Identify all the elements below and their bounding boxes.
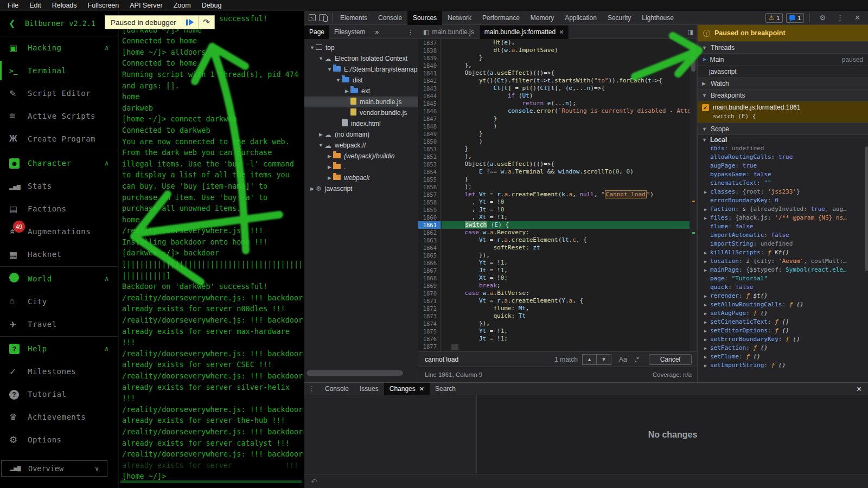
navigator-horizontal-scrollbar[interactable] xyxy=(307,370,403,376)
close-drawer-icon[interactable]: ✕ xyxy=(856,385,868,393)
drawer-kebab-icon[interactable]: ⋮ xyxy=(304,385,320,393)
devtools-tab-security[interactable]: Security xyxy=(602,11,636,25)
scope-var-setErrorBoundaryKey[interactable]: ▶setErrorBoundaryKey: ƒ () xyxy=(698,335,868,344)
scope-var-killAllScripts[interactable]: ▶killAllScripts: ƒ Kt() xyxy=(698,248,868,257)
breakpoints-section-header[interactable]: ▼ Breakpoints xyxy=(698,89,868,101)
expander-closed-icon[interactable]: ▶ xyxy=(309,186,316,191)
sidebar-item-world[interactable]: World∧ xyxy=(0,267,118,290)
overview-toggle[interactable]: ▂▅▇ Overview ∨ xyxy=(1,460,107,477)
line-number[interactable]: 1875 xyxy=(418,328,441,335)
scope-var-setFlume[interactable]: ▶setFlume: ƒ () xyxy=(698,352,868,361)
line-number[interactable]: 1850 xyxy=(418,138,441,145)
devtools-tab-console[interactable]: Console xyxy=(373,11,407,25)
search-previous-button[interactable]: ▲ xyxy=(582,354,597,365)
scope-var-setAugPage[interactable]: ▶setAugPage: ƒ () xyxy=(698,309,868,318)
sidebar-item-create-program[interactable]: ЖCreate Program xyxy=(0,127,118,150)
kebab-menu-icon[interactable]: ⋮ xyxy=(833,14,847,22)
scope-var-quick[interactable]: quick: false xyxy=(698,283,868,292)
tab-main-bundle[interactable]: ◧ main.bundle.js xyxy=(418,25,480,39)
tree-item-webpack[interactable]: ▶webpack xyxy=(304,172,418,183)
tab-main-bundle-formatted[interactable]: main.bundle.js:formatted ✕ xyxy=(480,25,570,39)
expander-closed-icon[interactable]: ▶ xyxy=(704,258,710,266)
line-number[interactable]: 1844 xyxy=(418,92,441,100)
line-number[interactable]: 1861 xyxy=(418,221,441,229)
sidebar-item-achievements[interactable]: ♛Achievements xyxy=(0,406,118,428)
close-tab-icon[interactable]: ✕ xyxy=(559,29,564,36)
sidebar-item-terminal[interactable]: >_Terminal xyxy=(0,59,118,82)
scope-var-mainPage[interactable]: ▶mainPage: {$$typeof: Symbol(react.ele… xyxy=(698,266,868,274)
threads-section-header[interactable]: ▼ Threads xyxy=(698,42,868,54)
sidebar-item-stats[interactable]: ▂▅▇Stats xyxy=(0,175,118,197)
menu-reloads[interactable]: Reloads xyxy=(47,0,82,11)
menu-api-server[interactable]: API Server xyxy=(124,0,168,11)
tree-item--webpack-buildin[interactable]: ▶(webpack)/buildin xyxy=(304,151,418,162)
tree-item-e-steamlibrary-steamapps[interactable]: ▼E:/SteamLibrary/steamapps xyxy=(304,64,418,75)
expander-closed-icon[interactable]: ▶ xyxy=(704,344,710,352)
scope-var-cinematicText[interactable]: cinematicText: "" xyxy=(698,179,868,188)
devtools-tab-sources[interactable]: Sources xyxy=(407,11,442,25)
sidebar-item-script-editor[interactable]: ✎Script Editor xyxy=(0,82,118,105)
tree-item-main.bundle.js[interactable]: main.bundle.js xyxy=(304,97,418,107)
chevron-up-icon[interactable]: ∧ xyxy=(104,275,109,282)
thread-javascript-row[interactable]: javascript xyxy=(698,66,868,78)
line-number[interactable]: 1870 xyxy=(418,290,441,297)
scope-var-setImportString[interactable]: ▶setImportString: ƒ () xyxy=(698,361,868,370)
scope-var-faction[interactable]: ▶faction: s {alreadyInvited: true, aug… xyxy=(698,205,868,214)
line-number[interactable]: 1849 xyxy=(418,130,441,138)
menu-file[interactable]: File xyxy=(2,0,24,11)
line-number[interactable]: 1846 xyxy=(418,107,441,115)
search-input[interactable]: cannot load xyxy=(418,356,554,363)
scope-var-allowRoutingCalls[interactable]: allowRoutingCalls: true xyxy=(698,153,868,162)
close-tab-icon[interactable]: ✕ xyxy=(419,383,424,395)
line-number[interactable]: 1866 xyxy=(418,259,441,267)
expander-closed-icon[interactable]: ▶ xyxy=(704,249,710,257)
tree-item-dist[interactable]: ▼dist xyxy=(304,75,418,86)
line-number[interactable]: 1859 xyxy=(418,206,441,214)
line-number[interactable]: 1852 xyxy=(418,153,441,160)
line-number[interactable]: 1860 xyxy=(418,214,441,221)
line-number[interactable]: 1851 xyxy=(418,145,441,153)
expander-open-icon[interactable]: ▼ xyxy=(326,67,333,72)
editor-vertical-scrollbar[interactable] xyxy=(690,39,697,351)
warnings-badge[interactable]: ⚠1 xyxy=(765,13,783,23)
line-number[interactable]: 1877 xyxy=(418,343,441,350)
inspect-element-icon[interactable]: ↖ xyxy=(309,14,316,21)
sidebar-item-help[interactable]: ?Help∧ xyxy=(0,337,118,360)
search-cancel-button[interactable]: Cancel xyxy=(649,354,692,365)
line-number[interactable]: 1857 xyxy=(418,191,441,198)
scope-var-augPage[interactable]: augPage: true xyxy=(698,162,868,170)
expander-open-icon[interactable]: ▼ xyxy=(317,143,324,148)
devtools-tab-lighthouse[interactable]: Lighthouse xyxy=(636,11,679,25)
tree-item-javascript[interactable]: ▶⚙javascript xyxy=(304,183,418,194)
tree-item-electron-isolated-context[interactable]: ▼☁Electron Isolated Context xyxy=(304,53,418,64)
scope-local-header[interactable]: ▼ Local xyxy=(698,135,868,144)
sidebar-item-tutorial[interactable]: ?Tutorial xyxy=(0,383,118,406)
chevron-up-icon[interactable]: ∧ xyxy=(104,345,109,352)
line-number[interactable]: 1839 xyxy=(418,54,441,62)
line-number[interactable]: 1838 xyxy=(418,47,441,54)
drawer-tab-console[interactable]: Console xyxy=(320,383,354,395)
scope-var-files[interactable]: ▶files: {ahack.js: '/** @param {NS} ns… xyxy=(698,214,868,222)
navigator-kebab-icon[interactable]: ⋮ xyxy=(403,28,418,36)
scope-var-page[interactable]: page: "Tutorial" xyxy=(698,274,868,283)
tab-filesystem[interactable]: Filesystem xyxy=(329,25,370,39)
line-number[interactable]: 1840 xyxy=(418,62,441,69)
sidebar-item-character[interactable]: ☻Character∧ xyxy=(0,152,118,175)
expander-closed-icon[interactable]: ▶ xyxy=(704,188,710,196)
line-number[interactable]: 1856 xyxy=(418,183,441,191)
settings-gear-icon[interactable]: ⚙ xyxy=(815,14,829,22)
line-number[interactable]: 1868 xyxy=(418,274,441,282)
device-toolbar-icon[interactable] xyxy=(319,14,327,21)
menu-fullscreen[interactable]: Fullscreen xyxy=(82,0,125,11)
scope-var-location[interactable]: ▶location: i {city: 'Aevum', costMult:… xyxy=(698,257,868,266)
devtools-tab-memory[interactable]: Memory xyxy=(525,11,559,25)
line-number[interactable]: 1837 xyxy=(418,39,441,47)
expander-closed-icon[interactable]: ▶ xyxy=(704,318,710,326)
sidebar-item-options[interactable]: ⚙Options xyxy=(0,428,118,451)
scope-var-setFaction[interactable]: ▶setFaction: ƒ () xyxy=(698,344,868,352)
sidebar-item-factions[interactable]: ▤Factions xyxy=(0,197,118,220)
close-devtools-icon[interactable]: ✕ xyxy=(851,14,864,22)
tree-item-index.html[interactable]: index.html xyxy=(304,118,418,129)
hide-debugger-panel-icon[interactable]: ◨ xyxy=(688,29,697,36)
expander-closed-icon[interactable]: ▶ xyxy=(704,206,710,214)
